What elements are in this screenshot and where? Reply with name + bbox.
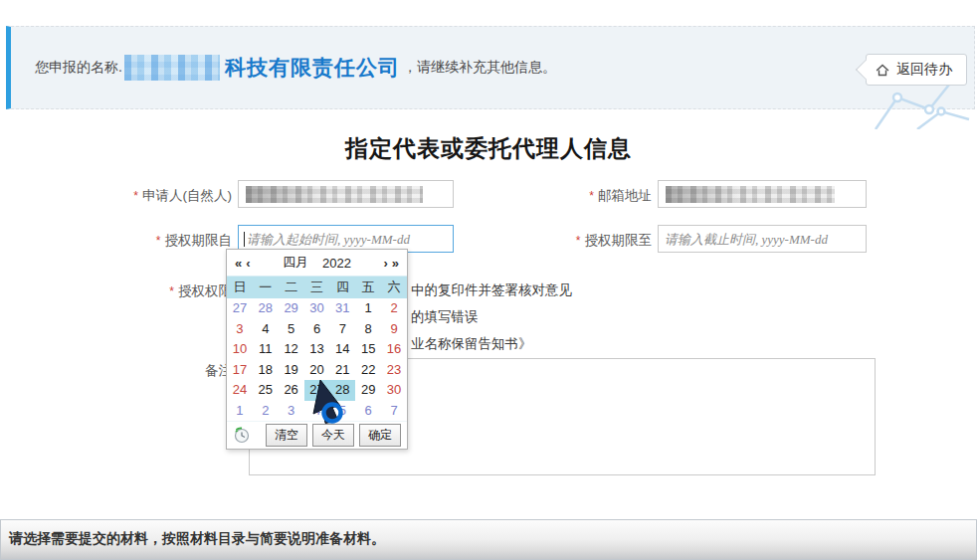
- notice-prefix: 您申报的名称.: [35, 59, 122, 77]
- materials-section-bar: 请选择需要提交的材料，按照材料目录与简要说明准备材料。: [0, 519, 977, 560]
- calendar-day[interactable]: 21: [329, 360, 355, 381]
- auth-scope-option-3[interactable]: 业名称保留告知书》: [411, 335, 532, 353]
- calendar-day[interactable]: 4: [304, 401, 330, 422]
- email-value-redacted: [666, 186, 835, 203]
- calendar-day[interactable]: 7: [381, 401, 407, 422]
- auth-scope-option-1[interactable]: 中的复印件并签署核对意见: [411, 281, 572, 299]
- calendar-day[interactable]: 10: [227, 339, 253, 360]
- calendar-day[interactable]: 9: [381, 319, 407, 340]
- calendar-day[interactable]: 19: [279, 360, 304, 381]
- calendar-day[interactable]: 22: [355, 360, 381, 381]
- calendar-weekday: 四: [329, 279, 355, 296]
- calendar-day[interactable]: 7: [329, 319, 355, 340]
- applicant-value-redacted: [246, 186, 423, 203]
- calendar-ok-button[interactable]: 确定: [359, 424, 401, 447]
- next-year-icon[interactable]: »: [390, 256, 401, 271]
- applicant-label: *申请人(自然人): [93, 187, 232, 205]
- calendar-footer: 清空 今天 确定: [227, 422, 407, 449]
- prev-year-icon[interactable]: «: [233, 256, 244, 271]
- applicant-input[interactable]: [238, 180, 454, 208]
- calendar-day[interactable]: 27: [227, 298, 253, 319]
- calendar-day[interactable]: 17: [227, 360, 253, 381]
- calendar-today-button[interactable]: 今天: [312, 424, 354, 447]
- required-mark: *: [169, 284, 174, 298]
- next-month-icon[interactable]: ›: [381, 256, 389, 271]
- calendar-weekday: 三: [304, 279, 330, 296]
- calendar-day[interactable]: 3: [227, 319, 253, 340]
- calendar-day[interactable]: 1: [355, 298, 381, 319]
- calendar-year-label[interactable]: 2022: [322, 256, 351, 271]
- calendar-day[interactable]: 18: [253, 360, 279, 381]
- calendar-header: « ‹ 四月 2022 › »: [227, 250, 407, 276]
- time-picker-icon[interactable]: [233, 427, 250, 444]
- calendar-day[interactable]: 5: [279, 319, 304, 340]
- calendar-day[interactable]: 8: [355, 319, 381, 340]
- calendar-weekday: 六: [381, 279, 407, 296]
- calendar-day[interactable]: 25: [253, 380, 279, 401]
- company-name-redacted: [124, 55, 220, 81]
- calendar-day[interactable]: 5: [329, 401, 355, 422]
- notice-suffix: ，请继续补充其他信息。: [403, 59, 556, 77]
- calendar-day[interactable]: 30: [381, 380, 407, 401]
- calendar-weekday: 五: [355, 279, 381, 296]
- calendar-day[interactable]: 6: [304, 319, 330, 340]
- email-label: *邮箱地址: [512, 187, 652, 205]
- calendar-day[interactable]: 2: [381, 298, 407, 319]
- auth-scope-option-2[interactable]: 的填写错误: [411, 308, 479, 326]
- calendar-day[interactable]: 6: [355, 401, 381, 422]
- required-mark: *: [133, 189, 138, 203]
- calendar-day[interactable]: 26: [279, 380, 304, 401]
- page-title: 指定代表或委托代理人信息: [0, 133, 977, 164]
- calendar-weekday-row: 日一二三四五六: [227, 276, 407, 298]
- calendar-day[interactable]: 3: [279, 401, 304, 422]
- calendar-day[interactable]: 29: [279, 298, 304, 319]
- calendar-day[interactable]: 28: [329, 380, 355, 401]
- calendar-day[interactable]: 31: [329, 298, 355, 319]
- company-name: 科技有限责任公司: [225, 54, 400, 82]
- calendar-weekday: 一: [253, 279, 279, 296]
- auth-to-label: *授权期限至: [512, 232, 652, 250]
- back-to-todo-button[interactable]: 返回待办: [866, 54, 967, 86]
- prev-month-icon[interactable]: ‹: [244, 256, 252, 271]
- calendar-day[interactable]: 12: [279, 339, 304, 360]
- auth-to-input[interactable]: [659, 226, 866, 252]
- remarks-label: 备注: [93, 362, 232, 380]
- calendar-day[interactable]: 23: [381, 360, 407, 381]
- notice-banner: 您申报的名称. 科技有限责任公司 ，请继续补充其他信息。: [6, 26, 975, 109]
- calendar-day[interactable]: 27: [304, 380, 330, 401]
- calendar-day[interactable]: 20: [304, 360, 330, 381]
- text-caret: [244, 232, 245, 247]
- auth-from-label: *授权期限自: [93, 232, 232, 250]
- email-input[interactable]: [658, 180, 867, 208]
- calendar-weekday: 二: [279, 279, 304, 296]
- calendar-day[interactable]: 4: [253, 319, 279, 340]
- calendar-day[interactable]: 15: [355, 339, 381, 360]
- required-mark: *: [589, 189, 594, 203]
- auth-to-input-wrap: [658, 225, 867, 253]
- calendar-day[interactable]: 16: [381, 339, 407, 360]
- calendar-day[interactable]: 24: [227, 380, 253, 401]
- home-icon: [875, 63, 890, 78]
- calendar-day[interactable]: 13: [304, 339, 330, 360]
- required-mark: *: [576, 234, 581, 248]
- auth-scope-label: *授权权限: [93, 282, 232, 300]
- calendar-day[interactable]: 28: [253, 298, 279, 319]
- calendar-month-label[interactable]: 四月: [283, 254, 308, 272]
- back-to-todo-label: 返回待办: [896, 61, 952, 79]
- date-picker-popup: « ‹ 四月 2022 › » 日一二三四五六 2728293031123456…: [226, 249, 408, 450]
- calendar-day[interactable]: 30: [304, 298, 330, 319]
- calendar-day[interactable]: 1: [227, 401, 253, 422]
- notice-text: 您申报的名称. 科技有限责任公司 ，请继续补充其他信息。: [35, 27, 556, 108]
- required-mark: *: [156, 234, 161, 248]
- calendar-day[interactable]: 29: [355, 380, 381, 401]
- calendar-weekday: 日: [227, 279, 253, 296]
- materials-instruction: 请选择需要提交的材料，按照材料目录与简要说明准备材料。: [1, 520, 976, 548]
- calendar-clear-button[interactable]: 清空: [266, 424, 307, 447]
- calendar-day[interactable]: 11: [253, 339, 279, 360]
- calendar-day[interactable]: 2: [253, 401, 279, 422]
- calendar-grid: 2728293031123456789101112131415161718192…: [227, 298, 407, 422]
- calendar-day[interactable]: 14: [329, 339, 355, 360]
